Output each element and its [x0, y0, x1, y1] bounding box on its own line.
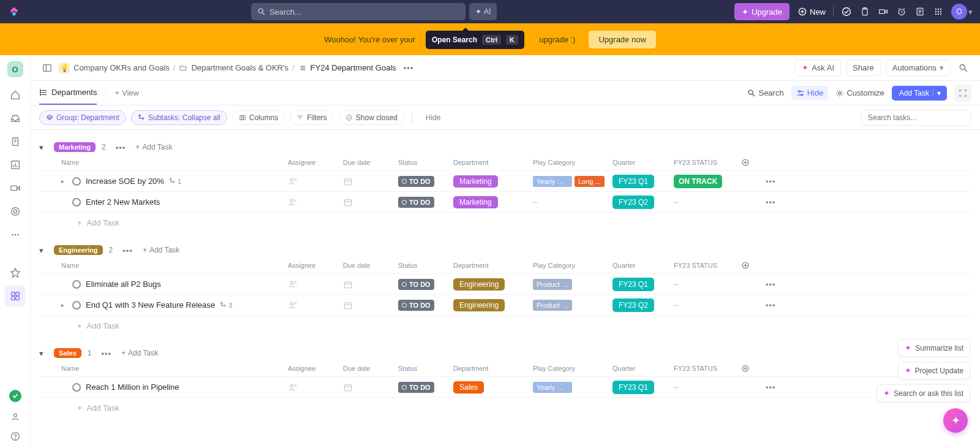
search-tasks-input[interactable] — [861, 110, 971, 126]
add-column-button[interactable] — [741, 158, 766, 167]
show-closed-chip[interactable]: Show closed — [339, 110, 404, 125]
fy23-status-pill[interactable]: ON TRACK — [674, 175, 722, 188]
play-category-pill[interactable]: Yearly OK... — [533, 176, 572, 187]
col-fy23[interactable]: FY23 STATUS — [674, 365, 741, 372]
col-fy23[interactable]: FY23 STATUS — [674, 262, 741, 269]
department-pill[interactable]: Marketing — [453, 175, 498, 188]
task-status-dot[interactable] — [72, 280, 81, 289]
task-expand-toggle[interactable]: ▸ — [61, 178, 67, 184]
group-collapse-toggle[interactable]: ▾ — [39, 246, 48, 255]
chevron-down-icon[interactable]: ▾ — [933, 89, 941, 97]
col-department[interactable]: Department — [453, 159, 533, 166]
task-name-text[interactable]: End Q1 with 3 New Feature Release — [86, 300, 215, 310]
add-column-button[interactable] — [741, 364, 766, 373]
subtasks-chip[interactable]: Subtasks: Collapse all — [131, 110, 227, 125]
task-status-dot[interactable] — [72, 198, 81, 207]
customize-button[interactable]: Customize — [835, 88, 884, 97]
add-view-button[interactable]: + View — [115, 88, 139, 97]
video-icon[interactable] — [878, 6, 889, 17]
assignee-cell[interactable] — [288, 280, 343, 289]
quarter-pill[interactable]: FY23 Q1 — [612, 175, 654, 188]
group-collapse-toggle[interactable]: ▾ — [39, 349, 48, 358]
col-due[interactable]: Due date — [343, 365, 398, 372]
play-category-pill[interactable]: Yearly OKR Sets — [533, 382, 572, 393]
department-pill[interactable]: Engineering — [453, 299, 505, 311]
share-button[interactable]: Share — [846, 59, 881, 76]
sidebar-clips[interactable] — [5, 178, 26, 199]
play-category-pill[interactable]: Long ... — [575, 176, 605, 187]
group-add-task[interactable]: + Add Task — [143, 246, 179, 254]
columns-chip[interactable]: Columns — [232, 110, 285, 125]
col-play[interactable]: Play Category — [533, 159, 612, 166]
status-pill[interactable]: TO DO — [398, 176, 434, 187]
due-date-cell[interactable] — [343, 177, 398, 186]
group-add-task[interactable]: + Add Task — [121, 349, 158, 357]
col-status[interactable]: Status — [398, 159, 453, 166]
search-toggle[interactable]: Search — [747, 88, 783, 97]
col-name[interactable]: Name — [61, 365, 288, 372]
sidebar-spaces[interactable] — [5, 286, 26, 306]
task-name-text[interactable]: Reach 1 Million in Pipeline — [86, 382, 179, 392]
play-category-pill[interactable]: Product Vision and ... — [533, 300, 572, 311]
col-assignee[interactable]: Assignee — [288, 159, 343, 166]
new-button[interactable]: New — [798, 7, 826, 17]
group-label[interactable]: Engineering — [54, 245, 103, 255]
task-name-text[interactable]: Increase SOE by 20% — [86, 177, 164, 186]
status-pill[interactable]: TO DO — [398, 300, 434, 311]
workspace-badge[interactable]: O — [7, 61, 23, 77]
sidebar-favorites[interactable] — [5, 262, 26, 283]
task-status-dot[interactable] — [72, 383, 81, 392]
status-pill[interactable]: TO DO — [398, 279, 434, 290]
view-tab-departments[interactable]: Departments — [39, 81, 97, 105]
status-pill[interactable]: TO DO — [398, 382, 434, 393]
status-pill[interactable]: TO DO — [398, 197, 434, 208]
department-pill[interactable]: Engineering — [453, 278, 505, 291]
task-row[interactable]: Enter 2 New Markets TO DO Marketing – FY… — [39, 191, 971, 212]
col-play[interactable]: Play Category — [533, 262, 612, 269]
hide-toggle[interactable]: Hide — [791, 86, 829, 100]
add-task-row[interactable]: + Add Task — [39, 397, 971, 418]
assignee-cell[interactable] — [288, 197, 343, 207]
automations-button[interactable]: Automations ▾ — [886, 59, 951, 76]
group-add-task[interactable]: + Add Task — [135, 143, 172, 151]
sidebar-status[interactable] — [9, 390, 21, 402]
due-date-cell[interactable] — [343, 197, 398, 207]
sidebar-dashboards[interactable] — [5, 154, 26, 175]
subtask-count[interactable]: 1 — [169, 178, 181, 185]
task-name-text[interactable]: Enter 2 New Markets — [86, 197, 160, 207]
group-more-menu[interactable]: ••• — [119, 246, 137, 255]
quarter-pill[interactable]: FY23 Q2 — [612, 299, 654, 312]
project-update-button[interactable]: ✦Project Update — [898, 362, 970, 379]
hide-filters-link[interactable]: Hide — [426, 113, 441, 122]
header-search-button[interactable] — [956, 60, 971, 76]
upgrade-now-button[interactable]: Upgrade now — [589, 31, 655, 48]
add-task-row[interactable]: + Add Task — [39, 212, 971, 233]
task-status-dot[interactable] — [72, 301, 81, 310]
clipboard-icon[interactable] — [859, 6, 870, 17]
chevron-down-icon[interactable]: ▾ — [968, 7, 973, 17]
sidebar-timesheets[interactable] — [5, 201, 26, 222]
task-more-menu[interactable]: ••• — [766, 197, 790, 207]
sidebar-inbox[interactable] — [5, 108, 26, 129]
breadcrumb-list[interactable]: FY24 Department Goals — [311, 63, 396, 72]
department-pill[interactable]: Marketing — [453, 196, 498, 208]
ai-button[interactable]: ✦ AI — [469, 3, 497, 20]
assignee-cell[interactable] — [288, 300, 343, 310]
subtask-count[interactable]: 3 — [220, 302, 232, 309]
add-task-button[interactable]: Add Task▾ — [892, 86, 947, 101]
task-row[interactable]: ▸ End Q1 with 3 New Feature Release 3 TO… — [39, 294, 971, 315]
quarter-pill[interactable]: FY23 Q1 — [612, 278, 654, 291]
due-date-cell[interactable] — [343, 280, 398, 289]
task-more-menu[interactable]: ••• — [766, 280, 790, 289]
quarter-pill[interactable]: FY23 Q2 — [612, 196, 654, 209]
sidebar-help[interactable] — [7, 428, 24, 445]
task-row[interactable]: Eliminate all P2 Bugs TO DO Engineering … — [39, 273, 971, 294]
col-due[interactable]: Due date — [343, 159, 398, 166]
assignee-cell[interactable] — [288, 382, 343, 392]
group-more-menu[interactable]: ••• — [112, 143, 130, 152]
app-logo[interactable] — [7, 5, 21, 18]
col-fy23[interactable]: FY23 STATUS — [674, 159, 741, 166]
add-task-row[interactable]: + Add Task — [39, 315, 971, 336]
due-date-cell[interactable] — [343, 382, 398, 392]
task-more-menu[interactable]: ••• — [766, 177, 790, 186]
